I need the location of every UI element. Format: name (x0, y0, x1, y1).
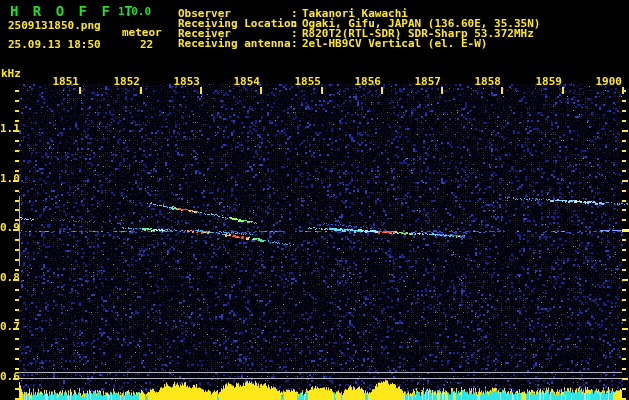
y-tick-label: 0.7 (0, 321, 14, 332)
app-version: 1.0.0 (118, 6, 151, 17)
y-tick-label: 0.9 (0, 222, 14, 233)
y-tick-label: 1.1 (0, 123, 14, 134)
y-tick-label: 0.8 (0, 272, 14, 283)
x-tick-label: 1856 (354, 76, 381, 87)
x-tick-label: 1855 (294, 76, 321, 87)
hrofft-output: H R O F F T 1.0.0 2509131850.png meteor … (0, 0, 629, 400)
y-axis-unit-label: kHz (1, 68, 21, 79)
station-value-antenna: 2el-HB9CV Vertical (el. E-W) (302, 38, 487, 49)
colon: : (291, 38, 298, 49)
x-tick-label: 1853 (173, 76, 200, 87)
x-tick-label: 1857 (414, 76, 441, 87)
x-tick-label: 1859 (535, 76, 562, 87)
spectrogram-canvas (0, 0, 629, 400)
echo-count: 22 (140, 39, 153, 50)
station-label-antenna: Receiving antenna (178, 38, 291, 49)
app-title: H R O F F T (10, 4, 136, 18)
capture-mode: meteor (122, 27, 162, 38)
x-tick-label: 1852 (113, 76, 140, 87)
x-tick-label: 1851 (52, 76, 79, 87)
y-tick-label: 0.6 (0, 371, 14, 382)
x-tick-label: 1858 (474, 76, 501, 87)
x-tick-label: 1900 (595, 76, 622, 87)
capture-filename: 2509131850.png (8, 20, 101, 31)
x-tick-label: 1854 (233, 76, 260, 87)
y-tick-label: 1.0 (0, 173, 14, 184)
capture-datetime: 25.09.13 18:50 (8, 39, 101, 50)
